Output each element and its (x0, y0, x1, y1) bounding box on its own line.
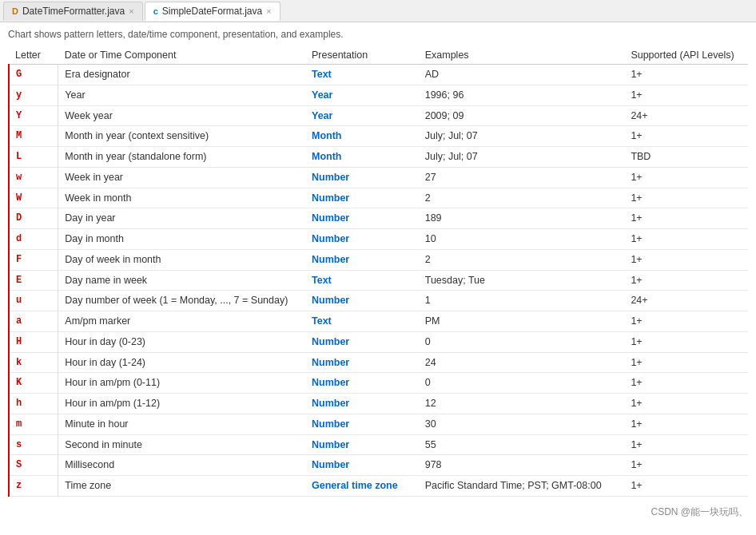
cell-letter: S (9, 455, 58, 476)
cell-supported: 1+ (624, 167, 748, 188)
cell-presentation: Text (305, 270, 419, 291)
cell-examples: 27 (419, 167, 625, 188)
cell-examples: 55 (419, 434, 625, 455)
cell-presentation: Number (305, 455, 419, 476)
cell-component: Hour in day (0-23) (58, 331, 305, 352)
tab-simpledateformat[interactable]: c SimpleDateFormat.java × (145, 2, 281, 21)
cell-presentation: Number (305, 229, 419, 250)
header-supported: Supported (API Levels) (624, 46, 748, 65)
cell-letter: y (9, 85, 58, 105)
table-row: YWeek yearYear2009; 0924+ (9, 105, 748, 126)
cell-letter: H (9, 331, 58, 352)
cell-presentation: Number (305, 434, 419, 455)
cell-component: Hour in am/pm (1-12) (58, 394, 305, 414)
table-row: kHour in day (1-24)Number241+ (9, 352, 748, 373)
table-header-row: Letter Date or Time Component Presentati… (9, 46, 748, 65)
cell-letter: Y (9, 105, 58, 126)
cell-supported: 1+ (624, 188, 748, 208)
cell-component: Day of week in month (58, 249, 305, 270)
cell-letter: u (9, 291, 58, 311)
cell-component: Second in minute (58, 434, 305, 455)
cell-examples: 2009; 09 (419, 105, 625, 126)
cell-letter: k (9, 352, 58, 373)
cell-letter: w (9, 167, 58, 188)
table-row: MMonth in year (context sensitive)MonthJ… (9, 126, 748, 147)
table-row: SMillisecondNumber9781+ (9, 455, 748, 476)
cell-component: Hour in day (1-24) (58, 352, 305, 373)
chart-description: Chart shows pattern letters, date/time c… (8, 29, 748, 40)
cell-letter: L (9, 147, 58, 168)
cell-examples: July; Jul; 07 (419, 126, 625, 147)
cell-component: Day name in week (58, 270, 305, 291)
cell-examples: 0 (419, 373, 625, 394)
cell-letter: z (9, 476, 58, 497)
tab-icon-datetimeformatter: D (12, 6, 18, 16)
tab-icon-simpledateformat: c (153, 6, 158, 16)
cell-letter: W (9, 188, 58, 208)
cell-supported: 1+ (624, 476, 748, 497)
cell-presentation: Text (305, 65, 419, 85)
table-row: dDay in monthNumber101+ (9, 229, 748, 250)
table-row: HHour in day (0-23)Number01+ (9, 331, 748, 352)
cell-component: Minute in hour (58, 414, 305, 434)
cell-component: Hour in am/pm (0-11) (58, 373, 305, 394)
cell-examples: 0 (419, 331, 625, 352)
cell-presentation: Year (305, 85, 419, 105)
header-examples: Examples (419, 46, 625, 65)
cell-examples: AD (419, 65, 625, 85)
table-row: aAm/pm markerTextPM1+ (9, 311, 748, 332)
cell-letter: s (9, 434, 58, 455)
cell-supported: 1+ (624, 85, 748, 105)
cell-component: Week in year (58, 167, 305, 188)
cell-examples: Tuesday; Tue (419, 270, 625, 291)
cell-supported: 1+ (624, 352, 748, 373)
table-row: zTime zoneGeneral time zonePacific Stand… (9, 476, 748, 497)
cell-supported: 1+ (624, 331, 748, 352)
table-row: GEra designatorTextAD1+ (9, 65, 748, 85)
cell-supported: 1+ (624, 229, 748, 250)
cell-component: Day number of week (1 = Monday, ..., 7 =… (58, 291, 305, 311)
cell-supported: 1+ (624, 394, 748, 414)
table-row: WWeek in monthNumber21+ (9, 188, 748, 208)
table-row: sSecond in minuteNumber551+ (9, 434, 748, 455)
header-component: Date or Time Component (58, 46, 305, 65)
cell-examples: July; Jul; 07 (419, 147, 625, 168)
table-row: yYearYear1996; 961+ (9, 85, 748, 105)
tab-close-datetimeformatter[interactable]: × (129, 6, 133, 16)
cell-component: Day in month (58, 229, 305, 250)
header-presentation: Presentation (305, 46, 419, 65)
cell-supported: TBD (624, 147, 748, 168)
cell-supported: 1+ (624, 434, 748, 455)
cell-component: Year (58, 85, 305, 105)
table-row: LMonth in year (standalone form)MonthJul… (9, 147, 748, 168)
cell-component: Era designator (58, 65, 305, 85)
cell-supported: 1+ (624, 208, 748, 229)
cell-presentation: Number (305, 167, 419, 188)
cell-presentation: Year (305, 105, 419, 126)
cell-examples: 2 (419, 249, 625, 270)
table-row: DDay in yearNumber1891+ (9, 208, 748, 229)
cell-presentation: Month (305, 147, 419, 168)
cell-component: Month in year (standalone form) (58, 147, 305, 168)
table-row: mMinute in hourNumber301+ (9, 414, 748, 434)
cell-supported: 1+ (624, 414, 748, 434)
cell-component: Am/pm marker (58, 311, 305, 332)
cell-letter: G (9, 65, 58, 85)
header-letter: Letter (9, 46, 58, 65)
tab-datetimeformatter[interactable]: D DateTimeFormatter.java × (3, 2, 143, 21)
cell-component: Week year (58, 105, 305, 126)
cell-examples: Pacific Standard Time; PST; GMT-08:00 (419, 476, 625, 497)
cell-presentation: Number (305, 188, 419, 208)
table-row: wWeek in yearNumber271+ (9, 167, 748, 188)
cell-examples: 24 (419, 352, 625, 373)
cell-examples: 2 (419, 188, 625, 208)
tab-close-simpledateformat[interactable]: × (266, 6, 271, 16)
cell-presentation: Number (305, 352, 419, 373)
cell-component: Day in year (58, 208, 305, 229)
cell-presentation: Text (305, 311, 419, 332)
cell-presentation: Number (305, 414, 419, 434)
cell-presentation: Number (305, 208, 419, 229)
cell-supported: 1+ (624, 455, 748, 476)
table-row: EDay name in weekTextTuesday; Tue1+ (9, 270, 748, 291)
pattern-table: Letter Date or Time Component Presentati… (8, 46, 748, 497)
